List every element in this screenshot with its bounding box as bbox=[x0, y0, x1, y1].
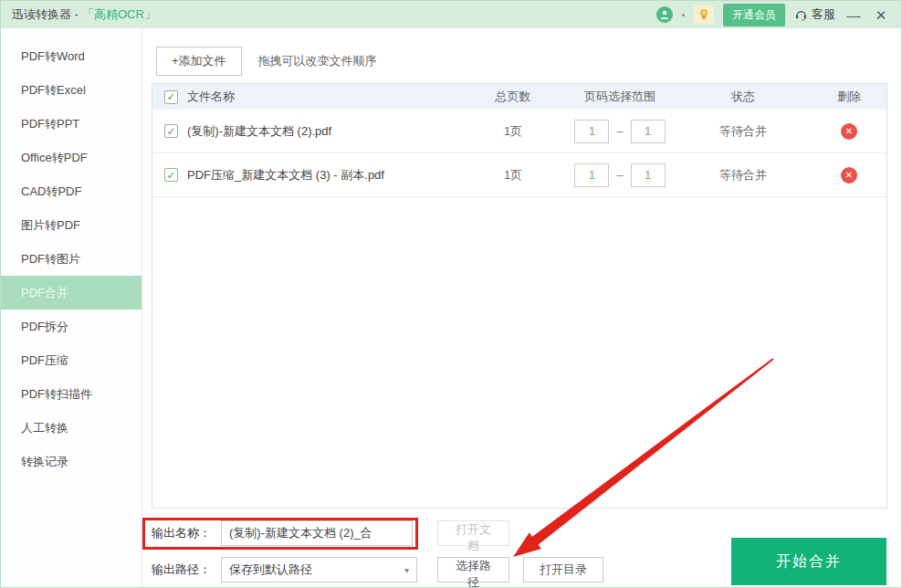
chevron-down-icon: ▾ bbox=[404, 565, 409, 575]
titlebar: 迅读转换器 - 「高精OCR」 开通会员 客服 — ✕ bbox=[1, 1, 901, 28]
range-from-input[interactable] bbox=[574, 163, 609, 187]
close-button[interactable]: ✕ bbox=[872, 8, 890, 22]
status-text: 等待合并 bbox=[676, 123, 810, 140]
sidebar-item-pdf-split[interactable]: PDF拆分 bbox=[1, 310, 142, 343]
customer-service-label: 客服 bbox=[812, 6, 835, 23]
range-to-input[interactable] bbox=[631, 163, 666, 187]
header-delete-label: 删除 bbox=[810, 89, 888, 105]
dot-separator bbox=[682, 14, 685, 16]
range-to-input[interactable] bbox=[631, 120, 666, 143]
page-count-text: 1页 bbox=[463, 123, 563, 140]
sidebar-item-manual-convert[interactable]: 人工转换 bbox=[1, 411, 142, 445]
sidebar-item-pdf-to-image[interactable]: PDF转图片 bbox=[1, 242, 142, 276]
page-range-cell: – bbox=[563, 163, 676, 187]
open-directory-button[interactable]: 打开目录 bbox=[523, 557, 603, 583]
page-count-text: 1页 bbox=[463, 167, 563, 184]
app-title: 迅读转换器 - 「高精OCR」 bbox=[12, 6, 156, 23]
header-name-cell: ✓ 文件名称 bbox=[152, 89, 463, 105]
table-row: ✓ (复制)-新建文本文档 (2).pdf 1页 – 等待合并 ✕ bbox=[152, 110, 886, 153]
drag-hint-text: 拖拽可以改变文件顺序 bbox=[258, 53, 377, 69]
open-vip-button[interactable]: 开通会员 bbox=[723, 4, 785, 26]
header-range-label: 页码选择范围 bbox=[563, 89, 676, 105]
app-window: 迅读转换器 - 「高精OCR」 开通会员 客服 — ✕ PDF转Word PDF… bbox=[0, 0, 902, 588]
medal-icon[interactable] bbox=[694, 5, 714, 24]
row-checkbox[interactable]: ✓ bbox=[164, 168, 178, 182]
file-name-text: PDF压缩_新建文本文档 (3) - 副本.pdf bbox=[187, 167, 384, 184]
range-from-input[interactable] bbox=[574, 120, 609, 143]
output-path-value: 保存到默认路径 bbox=[229, 562, 312, 578]
range-dash: – bbox=[616, 124, 623, 138]
output-name-label: 输出名称： bbox=[152, 525, 221, 541]
row-checkbox[interactable]: ✓ bbox=[164, 124, 178, 138]
table-row: ✓ PDF压缩_新建文本文档 (3) - 副本.pdf 1页 – 等待合并 ✕ bbox=[152, 153, 886, 197]
delete-file-icon[interactable]: ✕ bbox=[841, 167, 857, 184]
headset-icon bbox=[794, 8, 808, 22]
user-avatar-icon[interactable] bbox=[656, 6, 673, 23]
output-path-select[interactable]: 保存到默认路径 ▾ bbox=[221, 557, 417, 583]
sidebar: PDF转Word PDF转Excel PDF转PPT Office转PDF CA… bbox=[1, 28, 142, 588]
app-title-text: 迅读转换器 - bbox=[12, 6, 79, 23]
sidebar-item-pdf-to-excel[interactable]: PDF转Excel bbox=[1, 73, 142, 107]
delete-cell: ✕ bbox=[810, 123, 888, 140]
file-name-cell: ✓ PDF压缩_新建文本文档 (3) - 副本.pdf bbox=[152, 167, 463, 184]
status-text: 等待合并 bbox=[676, 167, 810, 184]
sidebar-item-pdf-to-word[interactable]: PDF转Word bbox=[1, 39, 142, 73]
file-name-cell: ✓ (复制)-新建文本文档 (2).pdf bbox=[152, 123, 463, 140]
output-path-label: 输出路径： bbox=[152, 562, 221, 578]
start-merge-button[interactable]: 开始合并 bbox=[731, 538, 886, 585]
minimize-button[interactable]: — bbox=[844, 8, 863, 22]
sidebar-item-office-to-pdf[interactable]: Office转PDF bbox=[1, 141, 142, 174]
sidebar-item-image-to-pdf[interactable]: 图片转PDF bbox=[1, 208, 142, 242]
range-dash: – bbox=[616, 168, 623, 182]
file-toolbar: +添加文件 拖拽可以改变文件顺序 bbox=[156, 47, 377, 76]
choose-path-button[interactable]: 选择路径 bbox=[437, 557, 509, 583]
header-pages-label: 总页数 bbox=[463, 89, 563, 105]
delete-cell: ✕ bbox=[810, 167, 888, 184]
sidebar-item-pdf-merge[interactable]: PDF合并 bbox=[1, 276, 142, 310]
page-range-cell: – bbox=[563, 120, 676, 143]
open-document-button[interactable]: 打开文档 bbox=[437, 520, 509, 546]
delete-file-icon[interactable]: ✕ bbox=[841, 123, 857, 140]
output-path-row: 输出路径： 保存到默认路径 ▾ 选择路径 打开目录 bbox=[152, 557, 626, 583]
sidebar-item-convert-history[interactable]: 转换记录 bbox=[1, 445, 142, 478]
customer-service[interactable]: 客服 bbox=[794, 6, 835, 23]
sidebar-item-pdf-compress[interactable]: PDF压缩 bbox=[1, 343, 142, 377]
sidebar-item-pdf-to-scan[interactable]: PDF转扫描件 bbox=[1, 377, 142, 411]
app-title-badge: 「高精OCR」 bbox=[82, 6, 156, 23]
main-content: +添加文件 拖拽可以改变文件顺序 ✓ 文件名称 总页数 页码选择范围 状态 删除… bbox=[142, 28, 902, 588]
file-name-text: (复制)-新建文本文档 (2).pdf bbox=[187, 123, 331, 140]
sidebar-item-cad-to-pdf[interactable]: CAD转PDF bbox=[1, 174, 142, 208]
select-all-checkbox[interactable]: ✓ bbox=[164, 90, 178, 104]
table-header: ✓ 文件名称 总页数 页码选择范围 状态 删除 bbox=[152, 84, 886, 110]
sidebar-item-pdf-to-ppt[interactable]: PDF转PPT bbox=[1, 107, 142, 141]
header-status-label: 状态 bbox=[676, 89, 810, 105]
file-list-panel: ✓ 文件名称 总页数 页码选择范围 状态 删除 ✓ (复制)-新建文本文档 (2… bbox=[152, 83, 887, 509]
add-file-button[interactable]: +添加文件 bbox=[156, 47, 242, 76]
output-name-row: 输出名称： 打开文档 bbox=[152, 520, 626, 546]
titlebar-actions: 开通会员 客服 — ✕ bbox=[656, 4, 890, 26]
header-name-label: 文件名称 bbox=[187, 89, 235, 105]
output-name-input[interactable] bbox=[221, 520, 413, 546]
